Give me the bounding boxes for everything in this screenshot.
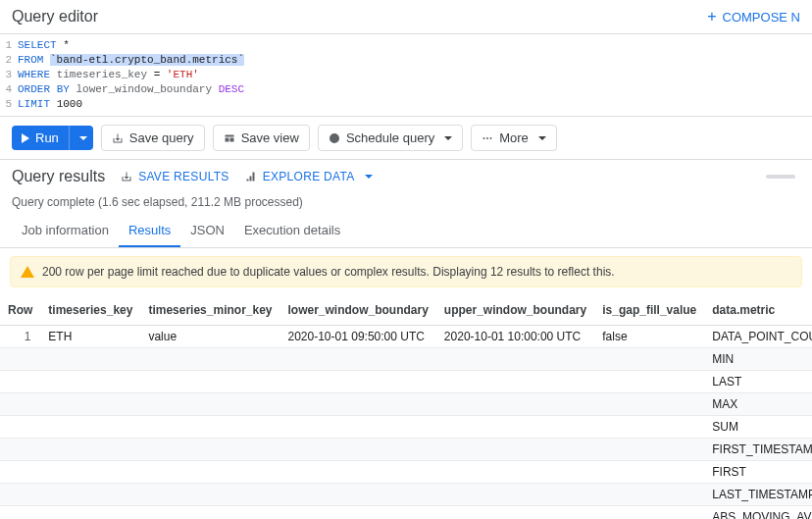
sql-editor[interactable]: 1SELECT *2FROM `band-etl.crypto_band.met… bbox=[0, 34, 812, 117]
table-row: FIRST_TIMESTAMPnullnullnullnull160154585… bbox=[0, 439, 812, 461]
save-view-label: Save view bbox=[241, 130, 299, 145]
column-header[interactable]: lower_window_boundary bbox=[280, 295, 436, 326]
cell: 2020-10-01 10:00:00 UTC bbox=[436, 326, 594, 348]
warning-banner: 200 row per page limit reached due to du… bbox=[10, 256, 802, 287]
compose-new-button[interactable]: COMPOSE N bbox=[707, 8, 800, 26]
column-header[interactable]: Row bbox=[0, 295, 40, 326]
svg-point-2 bbox=[490, 137, 492, 139]
svg-point-0 bbox=[483, 137, 485, 139]
svg-point-1 bbox=[486, 137, 488, 139]
cell: DATA_POINT_COUNT bbox=[704, 326, 812, 348]
run-button-label: Run bbox=[35, 130, 59, 145]
more-label: More bbox=[499, 130, 529, 145]
tab-execution-details[interactable]: Execution details bbox=[234, 215, 350, 247]
cell: LAST bbox=[704, 371, 812, 393]
resizer-handle[interactable] bbox=[761, 171, 800, 182]
column-header[interactable]: timeseries_key bbox=[40, 295, 140, 326]
column-header[interactable]: upper_window_boundary bbox=[436, 295, 594, 326]
save-results-button[interactable]: SAVE RESULTS bbox=[121, 170, 229, 183]
explore-data-label: EXPLORE DATA bbox=[263, 170, 355, 183]
results-title: Query results bbox=[12, 168, 105, 185]
column-header[interactable]: is_gap_fill_value bbox=[594, 295, 704, 326]
tab-json[interactable]: JSON bbox=[180, 215, 234, 247]
table-row: ABS_MOVING_AVERAGE_LOSSnull0.07411666666… bbox=[0, 506, 812, 520]
cell: FIRST bbox=[704, 461, 812, 484]
cell: false bbox=[594, 326, 704, 348]
more-button[interactable]: More bbox=[471, 125, 557, 151]
schedule-query-label: Schedule query bbox=[346, 130, 434, 145]
caret-down-icon bbox=[538, 136, 546, 140]
cell: LAST_TIMESTAMP bbox=[704, 484, 812, 506]
column-header[interactable]: data.metric bbox=[704, 295, 812, 326]
save-query-label: Save query bbox=[129, 130, 194, 145]
warning-icon bbox=[21, 266, 34, 278]
caret-down-icon bbox=[79, 136, 87, 140]
download-icon bbox=[112, 132, 124, 144]
query-completion-info: Query complete (1.6 sec elapsed, 211.2 M… bbox=[0, 193, 812, 215]
column-header[interactable]: timeseries_minor_key bbox=[140, 295, 279, 326]
cell: 2020-10-01 09:50:00 UTC bbox=[280, 326, 436, 348]
results-tabs: Job informationResultsJSONExecution deta… bbox=[0, 215, 812, 248]
explore-icon bbox=[245, 171, 257, 182]
table-row: FIRSTnull368.03nullnullnull bbox=[0, 461, 812, 484]
cell: MIN bbox=[704, 348, 812, 371]
caret-down-icon bbox=[444, 136, 452, 140]
save-query-button[interactable]: Save query bbox=[101, 125, 205, 151]
schedule-icon bbox=[329, 132, 340, 144]
explore-data-button[interactable]: EXPLORE DATA bbox=[245, 170, 373, 183]
table-row: 1ETHvalue2020-10-01 09:50:00 UTC2020-10-… bbox=[0, 326, 812, 348]
cell: value bbox=[140, 326, 279, 348]
save-results-label: SAVE RESULTS bbox=[138, 170, 229, 183]
cell: MAX bbox=[704, 393, 812, 416]
more-icon bbox=[482, 132, 493, 144]
table-row: MAXnull368.03nullnullnull bbox=[0, 393, 812, 416]
schedule-query-button[interactable]: Schedule query bbox=[318, 125, 463, 151]
toolbar: Run Save query Save view Schedule query … bbox=[0, 117, 812, 160]
download-icon bbox=[121, 171, 132, 182]
table-row: LAST_TIMESTAMPnullnullnullnull1601546393… bbox=[0, 484, 812, 506]
caret-down-icon bbox=[365, 175, 373, 179]
cell: SUM bbox=[704, 416, 812, 439]
page-title: Query editor bbox=[12, 8, 98, 26]
cell: ABS_MOVING_AVERAGE_LOSS bbox=[704, 506, 812, 520]
warning-text: 200 row per page limit reached due to du… bbox=[42, 265, 615, 279]
run-dropdown-button[interactable] bbox=[69, 126, 93, 150]
run-button[interactable]: Run bbox=[12, 126, 69, 150]
cell: 1 bbox=[0, 326, 40, 348]
save-view-button[interactable]: Save view bbox=[213, 125, 310, 151]
play-icon bbox=[22, 133, 29, 143]
table-row: SUMnull5515.0993nullnullnull bbox=[0, 416, 812, 439]
save-view-icon bbox=[224, 132, 235, 144]
cell: ETH bbox=[40, 326, 140, 348]
table-row: LASTnull367.8573nullnullnull bbox=[0, 371, 812, 393]
results-table: Rowtimeseries_keytimeseries_minor_keylow… bbox=[0, 295, 812, 519]
table-row: MINnull367.53nullnullnull bbox=[0, 348, 812, 371]
tab-job-information[interactable]: Job information bbox=[12, 215, 119, 247]
tab-results[interactable]: Results bbox=[119, 215, 180, 247]
cell: FIRST_TIMESTAMP bbox=[704, 439, 812, 461]
